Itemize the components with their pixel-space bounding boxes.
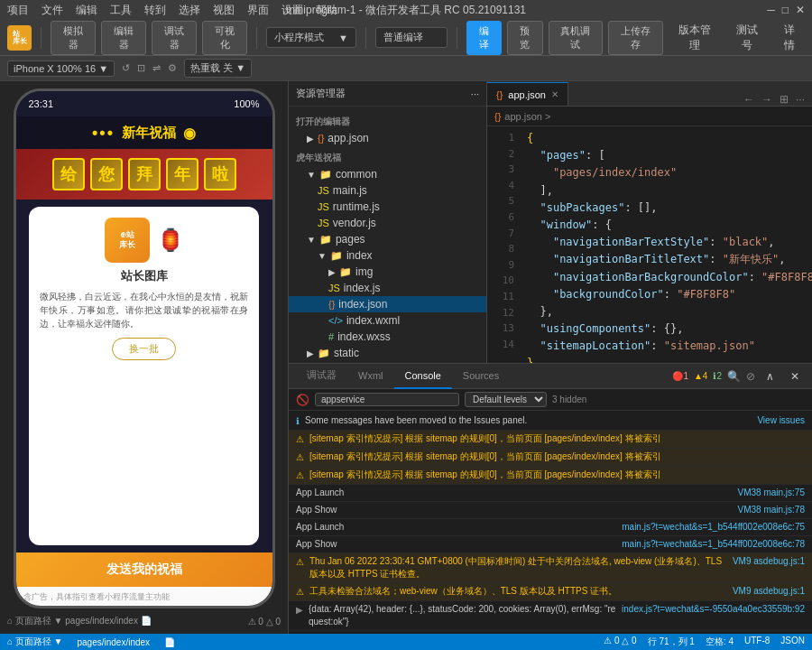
filter-icon[interactable]: ⊘ [746, 370, 755, 383]
log-source[interactable]: VM38 main.js:78 [738, 504, 805, 516]
char-box-2: 拜 [128, 158, 161, 190]
preview-btn[interactable]: 预览 [507, 21, 542, 55]
file-index-wxss[interactable]: # index.wxss [289, 329, 486, 345]
editor-tabs: {} app.json ✕ ← → ⊞ ··· [487, 81, 812, 107]
devtools-tab-sources[interactable]: Sources [452, 364, 510, 389]
open-editor-appjson[interactable]: ▶ {} app.json [289, 130, 486, 146]
close-icon[interactable]: ✕ [551, 89, 558, 99]
file-icon: 📄 [141, 616, 152, 626]
device-selector[interactable]: iPhone X 100% 16 ▼ [7, 60, 115, 77]
devtools-tab-debugger[interactable]: 调试器 [296, 364, 347, 389]
split-icon[interactable]: ⊞ [780, 93, 789, 106]
app-logo: 站库长 [7, 25, 32, 51]
log-source[interactable]: VM38 main.js:75 [738, 487, 805, 499]
explorer-title: 资源管理器 [296, 87, 346, 100]
expand-icon[interactable]: ▶ [296, 604, 303, 617]
window-title: miniprogram-1 - 微信开发者工具 RC 05.21091131 [286, 3, 526, 18]
real-machine-btn[interactable]: 真机调试 [549, 21, 604, 55]
explorer-menu-icon[interactable]: ··· [471, 88, 479, 99]
details-btn[interactable]: 详情 [773, 21, 805, 55]
mode-selector[interactable]: 小程序模式 ▼ [266, 27, 356, 48]
minimize-btn[interactable]: ─ [767, 4, 775, 16]
devtools-tab-console[interactable]: Console [394, 364, 452, 389]
menu-item-select[interactable]: 选择 [179, 3, 200, 18]
file-index-js[interactable]: JS index.js [289, 280, 486, 296]
menu-item-interface[interactable]: 界面 [247, 3, 269, 18]
debugger-btn[interactable]: 调试器 [152, 21, 197, 55]
folder-common-label: common [336, 168, 377, 181]
devtools-right: 🔴1 ▲4 ℹ2 🔍 ⊘ ∧ ✕ [672, 368, 805, 385]
menu-item-goto[interactable]: 转到 [144, 3, 166, 18]
log-entry-sitemap-1: ⚠ [sitemap 索引情况提示] 根据 sitemap 的规则[0]，当前页… [289, 431, 812, 449]
search-icon[interactable]: 🔍 [727, 370, 741, 383]
devtools-tab-wxml[interactable]: Wxml [347, 364, 394, 389]
status-spaces: 空格: 4 [706, 636, 734, 648]
devtools-close-btn[interactable]: ✕ [785, 368, 805, 385]
view-issues-link[interactable]: View issues [757, 414, 805, 427]
folder-common[interactable]: ▼ 📁 common [289, 166, 486, 182]
file-main-js[interactable]: JS main.js [289, 182, 486, 199]
maximize-btn[interactable]: □ [782, 4, 789, 16]
log-source[interactable]: VM9 asdebug.js:1 [733, 585, 805, 598]
card-logo: ⊕站 库长 [105, 218, 150, 263]
forward-icon[interactable]: → [761, 93, 772, 106]
back-icon[interactable]: ← [743, 93, 754, 106]
menu-item-file[interactable]: 文件 [42, 3, 63, 18]
file-runtime-js[interactable]: JS runtime.js [289, 199, 486, 215]
menu-item-project[interactable]: 项目 [7, 3, 29, 18]
status-bar: ⌂ 页面路径 ▼ pages/index/index 📄 ⚠ 0 △ 0 行 7… [0, 634, 812, 650]
devtools-collapse-btn[interactable]: ∧ [761, 368, 780, 385]
folder-static[interactable]: ▶ 📁 static [289, 345, 486, 361]
refresh-icon[interactable]: ↺ [122, 62, 130, 74]
status-page-path: pages/index/index [78, 637, 151, 647]
menu-item-view[interactable]: 视图 [213, 3, 235, 18]
menu-item-tools[interactable]: 工具 [110, 3, 132, 18]
code-editor[interactable]: 12345 678910 11121314 { "pages": [ "page… [487, 126, 812, 363]
status-file-icon: 📄 [164, 637, 175, 647]
warn-icon: ⚠ [296, 469, 304, 482]
version-btn[interactable]: 版本管理 [669, 21, 721, 55]
code-content[interactable]: { "pages": [ "pages/index/index" ], "sub… [520, 126, 812, 363]
visualization-btn[interactable]: 可视化 [202, 21, 247, 55]
folder-icon: 📁 [319, 234, 332, 246]
json-icon: {} [496, 89, 503, 100]
editor-btn[interactable]: 编辑器 [101, 21, 146, 55]
file-index-wxml[interactable]: </> index.wxml [289, 312, 486, 329]
folder-index[interactable]: ▼ 📁 index [289, 247, 486, 264]
compile-btn[interactable]: 编译 [466, 21, 502, 55]
menu-item-edit[interactable]: 编辑 [76, 3, 97, 18]
toolbar-sep-2 [256, 27, 257, 49]
warn-icon: ⚠ [296, 586, 304, 599]
folder-img[interactable]: ▶ 📁 img [289, 264, 486, 280]
folder-icon: 📁 [319, 169, 332, 181]
clear-console-icon[interactable]: 🚫 [296, 394, 309, 406]
page-path-label: ⌂ 页面路径 ▼ pages/index/index 📄 [7, 615, 152, 627]
more-icon[interactable]: ··· [796, 93, 805, 106]
close-btn[interactable]: ✕ [796, 4, 805, 16]
log-source[interactable]: main.js?t=wechat&s=1_b544ff002e008e6c:75 [622, 521, 805, 534]
log-source[interactable]: main.js?t=wechat&s=1_b544ff002e008e6c:78 [622, 538, 805, 551]
console-filter-input[interactable] [315, 393, 459, 406]
test-btn[interactable]: 测试号 [726, 21, 768, 55]
file-index-json[interactable]: {} index.json [289, 296, 486, 312]
folder-pages[interactable]: ▼ 📁 pages [289, 231, 486, 247]
status-path-label[interactable]: ⌂ 页面路径 ▼ [7, 636, 63, 648]
file-vendor-js[interactable]: JS vendor.js [289, 215, 486, 231]
send-btn-area[interactable]: 发送我的祝福 [16, 552, 272, 587]
log-source[interactable]: index.js?t=wechat&s=-9550a4a0ec33559b:92 [622, 603, 805, 616]
file-explorer: 资源管理器 ··· 打开的编辑器 ▶ {} app.json 虎年送祝福 ▼ [289, 81, 487, 363]
tab-app-json[interactable]: {} app.json ✕ [487, 82, 568, 106]
editor-breadcrumb: {} app.json > [487, 107, 812, 126]
simulator-btn[interactable]: 模拟器 [51, 21, 96, 55]
change-btn[interactable]: 换一批 [112, 338, 176, 360]
compile-selector[interactable]: 普通编译 [375, 27, 448, 48]
screenshot-icon[interactable]: ⊡ [137, 62, 145, 74]
editor-panel: {} app.json ✕ ← → ⊞ ··· {} app.json > [487, 81, 812, 363]
breadcrumb-text: app.json > [504, 111, 550, 122]
settings-icon[interactable]: ⚙ [168, 62, 177, 74]
upload-btn[interactable]: 上传存存 [608, 21, 663, 55]
rotate-icon[interactable]: ⇌ [152, 62, 161, 74]
log-source[interactable]: VM9 asdebug.js:1 [733, 555, 805, 568]
filter-level-select[interactable]: Default levels [465, 392, 547, 407]
hotreload-selector[interactable]: 热重载 关 ▼ [184, 59, 252, 78]
